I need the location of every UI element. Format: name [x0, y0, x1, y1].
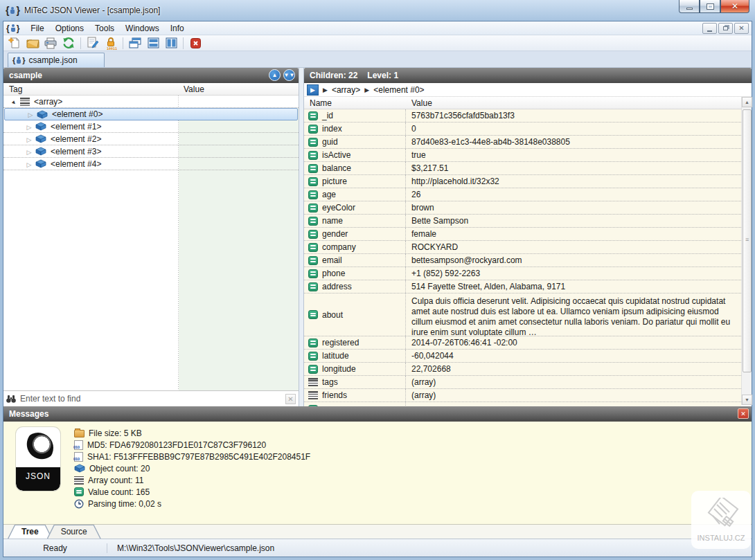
collapse-arrow-icon[interactable]: ▼ [10, 97, 17, 107]
value-icon [308, 256, 318, 265]
expand-arrow-icon[interactable]: ▷ [26, 122, 33, 132]
menu-windows[interactable]: Windows [120, 22, 165, 35]
status-bar: Ready M:\Win32\Tools\JSONViewer\csample.… [3, 539, 752, 557]
document-icon: {} [6, 24, 19, 33]
json-logo-torus [23, 433, 53, 463]
property-row-picture[interactable]: picturehttp://placehold.it/32x32 [304, 175, 741, 188]
tree-node-label: <element #4> [51, 159, 101, 169]
property-row-friends[interactable]: friends(array) [304, 389, 741, 402]
breadcrumb-item-1[interactable]: <element #0> [373, 85, 424, 95]
message-line: Array count: 11 [74, 474, 310, 486]
maximize-button[interactable] [700, 0, 720, 13]
property-row-phone[interactable]: phone+1 (852) 592-2263 [304, 267, 741, 280]
scroll-up-button[interactable]: ▲ [742, 97, 752, 107]
property-row-about[interactable]: aboutCulpa duis officia deserunt velit. … [304, 293, 741, 336]
tree-node-element-0[interactable]: ▷<element #0> [4, 108, 298, 120]
menu-file[interactable]: File [25, 22, 49, 35]
document-tab[interactable]: {} csample.json [8, 53, 105, 67]
mdi-close-button[interactable]: ✕ [734, 23, 749, 34]
tile-horizontal-button[interactable] [145, 36, 161, 51]
messages-close-button[interactable]: ✕ [738, 408, 749, 419]
tree-node-label: <element #2> [51, 134, 101, 144]
menu-info[interactable]: Info [165, 22, 190, 35]
property-row-isActive[interactable]: isActivetrue [304, 149, 741, 162]
value-column-header-left[interactable]: Value [178, 84, 204, 94]
object-icon [35, 159, 46, 168]
minimize-button[interactable] [679, 0, 700, 13]
refresh-icon [62, 37, 75, 49]
messages-panel: Messages ✕ JSON File size: 5 KB010MD5: F… [3, 406, 752, 524]
tree-node-label: <element #3> [51, 147, 101, 156]
close-icon: ✕ [731, 2, 738, 10]
mdi-minimize-button[interactable] [702, 23, 717, 34]
svg-text:10011: 10011 [107, 46, 117, 50]
property-name: friends [322, 390, 347, 400]
tag-column-header[interactable]: Tag [3, 84, 178, 94]
tree-node-element-4[interactable]: ▷<element #4> [3, 158, 299, 170]
property-row-company[interactable]: companyROCKYARD [304, 241, 741, 254]
expand-arrow-icon[interactable]: ▷ [27, 109, 34, 119]
message-line: 010SHA1: F513FFFEBBB9C797E87B2985C491E40… [74, 451, 310, 462]
property-row-longitude[interactable]: longitude22,702668 [304, 363, 741, 376]
value-icon [308, 338, 318, 347]
property-row-age[interactable]: age26 [304, 188, 741, 201]
property-row-index[interactable]: index0 [304, 123, 741, 136]
vertical-scrollbar[interactable]: ▲ ▼ [741, 97, 752, 405]
new-file-button[interactable] [6, 36, 23, 51]
expand-arrow-icon[interactable]: ▷ [26, 134, 33, 144]
print-button[interactable] [42, 36, 59, 51]
property-row-address[interactable]: address514 Fayette Street, Alden, Alabam… [304, 280, 741, 293]
expand-arrow-icon[interactable]: ▷ [26, 147, 33, 156]
tree-node-array[interactable]: ▼<array> [3, 96, 299, 108]
property-row-latitude[interactable]: latitude-60,042044 [304, 350, 741, 363]
menu-options[interactable]: Options [50, 22, 89, 35]
value-icon [308, 204, 318, 213]
refresh-button[interactable] [60, 36, 77, 51]
property-row-eyeColor[interactable]: eyeColorbrown [304, 201, 741, 215]
menu-tools[interactable]: Tools [89, 22, 120, 35]
tab-tree[interactable]: Tree [8, 525, 53, 539]
value-column-header-right[interactable]: Value [406, 98, 432, 108]
json-logo-label: JSON [16, 467, 60, 491]
validate-button[interactable] [85, 36, 101, 51]
tree-column-header: Tag Value [3, 83, 299, 96]
collapse-all-button[interactable]: ▲ [269, 69, 281, 81]
tree-node-element-3[interactable]: ▷<element #3> [3, 145, 299, 158]
scrollbar-thumb[interactable] [743, 109, 752, 372]
mdi-restore-button[interactable] [718, 23, 733, 34]
tab-source[interactable]: Source [47, 525, 101, 539]
property-name: isActive [322, 150, 350, 160]
tile-vertical-button[interactable] [163, 36, 179, 51]
scroll-down-button[interactable]: ▼ [742, 395, 752, 405]
close-button[interactable]: ✕ [720, 0, 749, 13]
search-clear-button[interactable]: ✕ [285, 394, 296, 404]
breadcrumb-item-0[interactable]: <array> [332, 85, 360, 95]
search-input[interactable] [19, 393, 283, 404]
cascade-windows-button[interactable] [127, 36, 143, 51]
property-row-tags[interactable]: tags(array) [304, 376, 741, 389]
tree-node-element-1[interactable]: ▷<element #1> [3, 120, 299, 133]
value-icon [308, 243, 318, 252]
print-icon [44, 37, 57, 49]
message-line: Object count: 20 [74, 462, 310, 474]
property-row-name[interactable]: nameBette Sampson [304, 215, 741, 228]
property-row-balance[interactable]: balance$3,217.51 [304, 162, 741, 175]
property-row-email[interactable]: emailbettesampson@rockyard.com [304, 254, 741, 267]
name-column-header[interactable]: Name [304, 98, 406, 108]
property-row-registered[interactable]: registered2014-07-26T06:46:41 -02:00 [304, 336, 741, 350]
view-tabs: TreeSource [3, 524, 752, 539]
expand-arrow-icon[interactable]: ▷ [26, 159, 33, 169]
app-window: {} MiTeC JSON Viewer - [csample.json] ✕ … [0, 0, 755, 560]
message-line: 010MD5: FDA6792080123FD1E017C87C3F796120 [74, 439, 310, 451]
property-row-_id[interactable]: _id5763b71c356cfafd5bab13f3 [304, 109, 741, 123]
lock-button[interactable]: 10011 [103, 36, 119, 51]
property-name: gender [322, 229, 348, 239]
value-icon [308, 164, 318, 173]
tree-node-element-2[interactable]: ▷<element #2> [3, 133, 299, 145]
property-row-gender[interactable]: genderfemale [304, 228, 741, 241]
breadcrumb-root-button[interactable]: ▶ [307, 84, 319, 96]
expand-all-button[interactable]: ▼▼ [283, 69, 295, 81]
close-file-button[interactable] [187, 36, 204, 51]
property-row-guid[interactable]: guid87d40e83-e1c3-44e8-ab4b-38148e038805 [304, 136, 741, 149]
open-file-button[interactable] [24, 36, 41, 51]
